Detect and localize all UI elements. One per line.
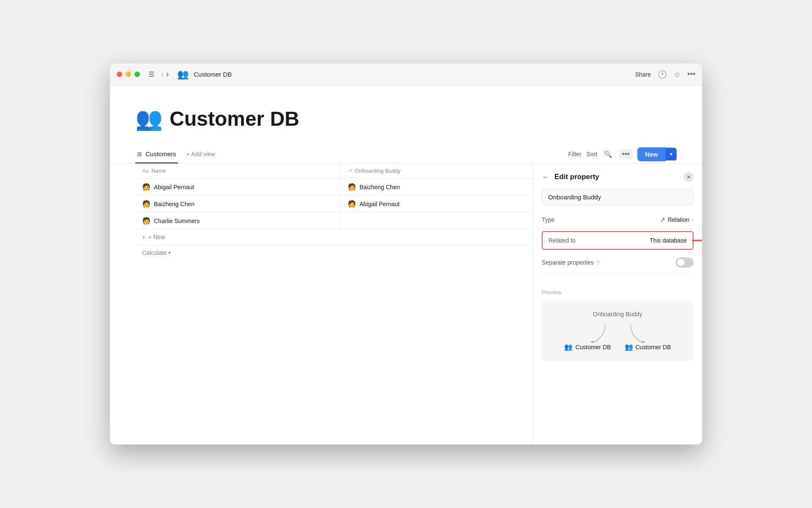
type-chevron-icon: › (692, 217, 694, 223)
preview-db-label-1: Customer DB (575, 344, 611, 351)
preview-curve-svg (580, 324, 656, 343)
panel-back-button[interactable]: ← (542, 173, 549, 182)
calculate-chevron: ▾ (168, 250, 171, 256)
preview-field-name: Onboarding Buddy (593, 311, 642, 318)
avatar-2: 🧑 (142, 217, 151, 225)
cell-buddy-2 (340, 213, 533, 229)
toolbar-more-icon[interactable]: ••• (619, 149, 632, 160)
new-button-dropdown[interactable]: ▾ (666, 148, 677, 160)
add-row-button[interactable]: + + New (135, 229, 533, 245)
traffic-lights (117, 72, 140, 77)
sort-button[interactable]: Sort (587, 151, 598, 157)
cell-name-2[interactable]: 🧑 Charlie Summers (135, 213, 340, 229)
star-icon[interactable]: ☆ (674, 70, 680, 79)
type-row: Type ↗ Relation › (542, 210, 694, 229)
minimize-button[interactable] (126, 72, 131, 77)
red-arrow-indicator (692, 235, 702, 246)
body-area: Aa Name ↗ Onboarding Buddy (110, 163, 702, 444)
cell-name-1[interactable]: 🧑 Baizheng Chen (135, 196, 340, 213)
new-button[interactable]: New (637, 147, 666, 161)
tab-label: Customers (145, 150, 176, 157)
name-value-1: Baizheng Chen (154, 201, 195, 207)
name-value-0: Abigail Pernaut (154, 184, 194, 190)
preview-box: Onboarding Buddy 👥 (542, 301, 694, 361)
main-content: 👥 Customer DB ⊞ Customers + Add view Fil… (110, 86, 702, 444)
maximize-button[interactable] (134, 72, 140, 77)
col-buddy-label: Onboarding Buddy (355, 168, 401, 174)
nav-arrows: ‹ › (161, 70, 169, 79)
close-button[interactable] (117, 72, 122, 77)
tab-customers[interactable]: ⊞ Customers (135, 145, 178, 163)
add-row-plus-icon: + (142, 234, 145, 240)
type-value[interactable]: ↗ Relation › (660, 216, 694, 223)
preview-db-1: 👥 Customer DB (564, 343, 611, 351)
toolbar: ⊞ Customers + Add view Filter Sort 🔍 •••… (110, 145, 702, 163)
related-to-label: Related to (549, 237, 650, 244)
table-row[interactable]: 🧑 Baizheng Chen 🧑 Abigail Pernaut (135, 196, 533, 213)
table-area: Aa Name ↗ Onboarding Buddy (110, 163, 533, 444)
property-name-input[interactable] (542, 189, 694, 205)
related-to-value: This database (650, 237, 687, 244)
buddy-value-0: Baizheng Chen (359, 184, 400, 190)
relation-col-icon: ↗ (348, 168, 352, 174)
preview-db-label-2: Customer DB (636, 344, 671, 351)
help-icon[interactable]: ? (596, 259, 600, 266)
preview-label: Preview (542, 289, 694, 295)
buddy-avatar-0: 🧑 (348, 183, 356, 191)
col-header-buddy[interactable]: ↗ Onboarding Buddy (340, 163, 533, 179)
table-icon: ⊞ (137, 151, 142, 157)
preview-db-row: 👥 Customer DB 👥 Customer DB (564, 343, 671, 351)
cell-name-0[interactable]: 🧑 Abigail Pernaut (135, 179, 340, 196)
cell-buddy-1[interactable]: 🧑 Abigail Pernaut (340, 196, 533, 213)
name-col-icon: Aa (142, 168, 149, 174)
col-header-name[interactable]: Aa Name (135, 163, 340, 179)
related-to-row[interactable]: Related to This database (542, 231, 694, 250)
filter-button[interactable]: Filter (568, 151, 581, 157)
relation-arrow-icon: ↗ (660, 216, 665, 223)
menu-icon[interactable]: ☰ (148, 70, 154, 78)
type-value-text: Relation (668, 216, 689, 223)
share-button[interactable]: Share (635, 71, 651, 78)
table-row[interactable]: 🧑 Charlie Summers (135, 213, 533, 229)
titlebar: ☰ ‹ › 👥 Customer DB Share 🕐 ☆ ••• (110, 64, 702, 86)
app-window: ☰ ‹ › 👥 Customer DB Share 🕐 ☆ ••• 👥 Cust… (110, 64, 702, 444)
preview-db-2: 👥 Customer DB (625, 343, 671, 351)
panel-header: ← Edit property ✕ (533, 163, 702, 189)
add-view-button[interactable]: + Add view (181, 147, 220, 161)
panel-body: Type ↗ Relation › Related to This databa… (533, 189, 702, 282)
preview-db-icon-2: 👥 (625, 343, 633, 351)
buddy-avatar-1: 🧑 (348, 200, 356, 208)
cell-buddy-0[interactable]: 🧑 Baizheng Chen (340, 179, 533, 196)
titlebar-right: Share 🕐 ☆ ••• (635, 70, 695, 79)
search-icon[interactable]: 🔍 (602, 149, 614, 160)
avatar-1: 🧑 (142, 200, 151, 208)
page-header: 👥 Customer DB (110, 86, 702, 145)
history-icon[interactable]: 🕐 (658, 70, 667, 79)
table-row[interactable]: 🧑 Abigail Pernaut 🧑 Baizheng Chen (135, 179, 533, 196)
preview-db-icon-1: 👥 (564, 343, 573, 351)
toolbar-right: Filter Sort 🔍 ••• New ▾ (568, 147, 677, 161)
panel-close-button[interactable]: ✕ (683, 172, 694, 182)
page-icon: 👥 (177, 69, 189, 80)
forward-arrow[interactable]: › (166, 70, 169, 79)
back-arrow[interactable]: ‹ (161, 70, 164, 79)
calculate-button[interactable]: Calculate ▾ (135, 245, 533, 260)
add-row-label: + New (148, 234, 165, 240)
page-title-icon: 👥 (135, 106, 163, 132)
separate-props-label: Separate properties (542, 259, 594, 266)
preview-section: Preview Onboarding Buddy (533, 282, 702, 368)
edit-panel: ← Edit property ✕ Type ↗ Relation › (533, 163, 702, 444)
buddy-value-1: Abigail Pernaut (359, 201, 400, 207)
titlebar-title: Customer DB (194, 71, 232, 78)
toggle-knob (677, 259, 685, 266)
data-table: Aa Name ↗ Onboarding Buddy (135, 163, 533, 229)
page-title: Customer DB (170, 107, 299, 130)
name-value-2: Charlie Summers (154, 218, 200, 224)
new-button-group: New ▾ (637, 147, 677, 161)
panel-title: Edit property (554, 173, 678, 181)
separate-props-row: Separate properties ? (542, 251, 694, 274)
tabs-area: ⊞ Customers + Add view (135, 145, 568, 163)
separate-props-toggle[interactable] (676, 257, 694, 268)
more-icon[interactable]: ••• (687, 70, 695, 79)
add-view-label: + Add view (187, 151, 215, 157)
